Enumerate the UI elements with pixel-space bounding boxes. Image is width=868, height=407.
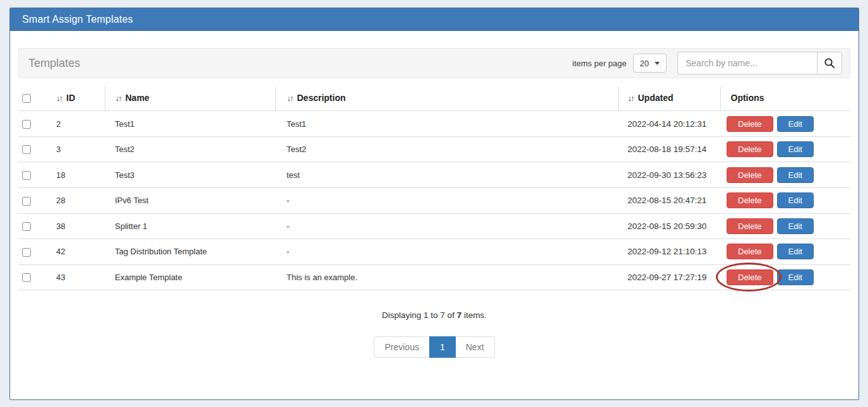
delete-button[interactable]: Delete [727, 141, 773, 157]
edit-button[interactable]: Edit [777, 244, 814, 259]
row-id: 38 [51, 213, 105, 239]
page-title: Smart Assign Templates [22, 14, 133, 25]
search-input[interactable] [677, 52, 817, 74]
pagination-next[interactable]: Next [455, 336, 495, 358]
row-name: Tag Distribution Template [105, 239, 275, 265]
select-all-checkbox[interactable] [22, 94, 31, 103]
row-options-cell: DeleteEdit [720, 162, 850, 188]
row-checkbox-cell [18, 239, 51, 265]
items-per-page-label: items per page [573, 59, 627, 68]
templates-table: ↓↑ID↓↑Name↓↑Description↓↑UpdatedOptions … [18, 86, 850, 290]
pagination-page-1[interactable]: 1 [429, 336, 456, 358]
row-checkbox-cell [18, 264, 51, 290]
column-header-description[interactable]: ↓↑Description [275, 86, 618, 111]
edit-button[interactable]: Edit [777, 141, 814, 157]
edit-button[interactable]: Edit [777, 269, 814, 285]
summary-prefix: Displaying 1 to 7 of [382, 310, 457, 320]
edit-button[interactable]: Edit [777, 116, 814, 132]
delete-button[interactable]: Delete [727, 269, 773, 285]
column-label: ID [66, 93, 75, 103]
delete-button[interactable]: Delete [727, 218, 773, 234]
table-row: 38Splitter 1-2022-08-15 20:59:30DeleteEd… [18, 213, 850, 239]
row-checkbox-cell [18, 136, 51, 162]
table-row: 28IPv6 Test-2022-08-15 20:47:21DeleteEdi… [18, 187, 850, 213]
row-description: - [275, 239, 618, 265]
card-header: Smart Assign Templates [10, 8, 859, 31]
column-label: Description [297, 93, 346, 103]
sort-icon: ↓↑ [287, 93, 293, 103]
delete-button[interactable]: Delete [727, 192, 773, 208]
row-checkbox[interactable] [22, 248, 31, 257]
row-checkbox-cell [18, 111, 51, 137]
delete-button[interactable]: Delete [727, 244, 773, 259]
column-header-updated[interactable]: ↓↑Updated [618, 86, 720, 111]
row-options-cell: DeleteEdit [720, 136, 850, 162]
smart-assign-templates-card: Smart Assign Templates Templates items p… [9, 8, 859, 400]
search-icon [824, 57, 835, 69]
column-header-checkbox [18, 86, 51, 111]
edit-button[interactable]: Edit [777, 218, 814, 234]
row-checkbox[interactable] [22, 273, 31, 282]
table-header: ↓↑ID↓↑Name↓↑Description↓↑UpdatedOptions [18, 86, 850, 111]
row-description: test [275, 162, 618, 188]
row-updated: 2022-08-15 20:47:21 [618, 187, 720, 213]
row-checkbox-cell [18, 213, 51, 239]
row-checkbox[interactable] [22, 171, 31, 180]
row-updated: 2022-08-15 20:59:30 [618, 213, 720, 239]
row-description: Test1 [275, 111, 618, 137]
row-updated: 2022-09-27 17:27:19 [618, 264, 720, 290]
search-button[interactable] [817, 52, 842, 74]
table-row: 3Test2Test22022-08-18 19:57:14DeleteEdit [18, 136, 850, 162]
row-name: Example Template [105, 264, 275, 290]
row-updated: 2022-09-12 21:10:13 [618, 239, 720, 265]
row-checkbox[interactable] [22, 145, 31, 154]
row-checkbox-cell [18, 162, 51, 188]
row-id: 28 [51, 187, 105, 213]
column-header-id[interactable]: ↓↑ID [51, 86, 105, 111]
row-options-cell: DeleteEdit [720, 187, 850, 213]
row-checkbox[interactable] [22, 197, 31, 206]
table-row: 2Test1Test12022-04-14 20:12:31DeleteEdit [18, 111, 850, 137]
row-name: Test3 [105, 162, 275, 188]
row-options-cell: DeleteEdit [720, 239, 850, 265]
row-name: IPv6 Test [105, 187, 275, 213]
chevron-down-icon [655, 62, 660, 65]
delete-button[interactable]: Delete [727, 116, 773, 132]
annotated-delete-wrapper: Delete [727, 269, 773, 285]
pagination-previous[interactable]: Previous [374, 336, 429, 358]
table-header-row: ↓↑ID↓↑Name↓↑Description↓↑UpdatedOptions [18, 86, 850, 111]
row-updated: 2022-09-30 13:56:23 [618, 162, 720, 188]
edit-button[interactable]: Edit [777, 192, 814, 208]
card-body: Templates items per page 20 [10, 31, 859, 358]
row-id: 43 [51, 264, 105, 290]
row-name: Test2 [105, 136, 275, 162]
table-row: 42Tag Distribution Template-2022-09-12 2… [18, 239, 850, 265]
search-group [677, 52, 842, 74]
table-row: 18Test3test2022-09-30 13:56:23DeleteEdit [18, 162, 850, 188]
column-label: Options [731, 93, 764, 103]
edit-button[interactable]: Edit [777, 167, 814, 183]
row-options-cell: DeleteEdit [720, 264, 850, 290]
row-checkbox[interactable] [22, 120, 31, 129]
row-updated: 2022-04-14 20:12:31 [618, 111, 720, 137]
row-description: This is an example. [275, 264, 618, 290]
delete-button[interactable]: Delete [727, 167, 773, 183]
table-body: 2Test1Test12022-04-14 20:12:31DeleteEdit… [18, 111, 850, 290]
row-id: 2 [51, 111, 105, 137]
row-updated: 2022-08-18 19:57:14 [618, 136, 720, 162]
column-label: Updated [638, 93, 674, 103]
table-row: 43Example TemplateThis is an example.202… [18, 264, 850, 290]
row-checkbox[interactable] [22, 222, 31, 231]
templates-panel-header: Templates items per page 20 [18, 48, 850, 78]
row-checkbox-cell [18, 187, 51, 213]
items-per-page-select[interactable]: 20 [633, 54, 667, 73]
panel-title: Templates [28, 57, 80, 70]
summary-suffix: items. [461, 310, 487, 320]
row-description: Test2 [275, 136, 618, 162]
row-id: 3 [51, 136, 105, 162]
row-name: Splitter 1 [105, 213, 275, 239]
row-description: - [275, 213, 618, 239]
column-label: Name [126, 93, 150, 103]
column-header-name[interactable]: ↓↑Name [105, 86, 275, 111]
items-summary: Displaying 1 to 7 of 7 items. [18, 310, 850, 320]
